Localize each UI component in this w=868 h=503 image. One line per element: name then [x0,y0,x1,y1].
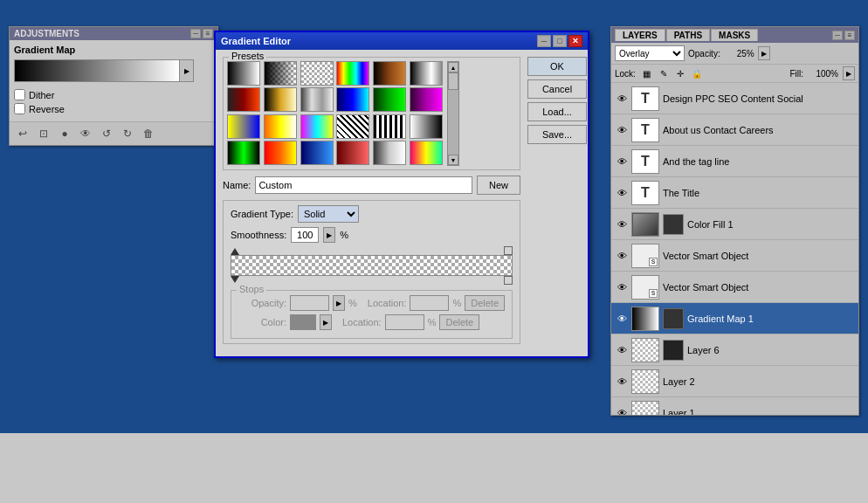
circle-icon[interactable]: ● [56,126,73,141]
load-button[interactable]: Load... [527,102,587,121]
dither-checkbox[interactable] [14,89,25,100]
dialog-minimize-btn[interactable]: ─ [537,35,551,47]
cancel-button[interactable]: Cancel [527,79,587,99]
layer-item[interactable]: 👁 Layer 1 [611,397,858,415]
scrollbar-thumb[interactable] [448,72,458,90]
preset-item[interactable] [373,61,406,86]
layer-item[interactable]: 👁 Layer 2 [611,366,858,397]
eye-icon[interactable]: 👁 [77,126,94,141]
name-input[interactable] [255,176,472,194]
preset-item[interactable] [336,141,369,165]
gradient-preview-arrow[interactable]: ▶ [180,59,194,82]
color-location-input[interactable] [385,314,424,330]
eye-icon[interactable]: 👁 [615,123,629,137]
layer-item[interactable]: 👁 Layer 6 [611,334,858,366]
preset-item[interactable] [373,114,406,139]
preset-item[interactable] [373,141,406,165]
eye-icon[interactable]: 👁 [615,312,629,326]
eye-icon[interactable]: 👁 [615,186,629,200]
preset-item[interactable] [227,87,260,112]
gradient-preview[interactable] [14,59,180,82]
layer-item-selected[interactable]: 👁 Gradient Map 1 [611,303,858,334]
layer-thumbnail [631,338,659,362]
lock-paint-icon[interactable]: ✎ [657,67,671,79]
opacity-stop-left[interactable] [231,246,239,255]
history-icon[interactable]: ↺ [98,126,115,141]
preset-item[interactable] [410,141,443,165]
panel-menu-btn[interactable]: ≡ [203,29,213,38]
scrollbar-up-btn[interactable]: ▲ [448,62,458,72]
new-button[interactable]: New [477,176,520,195]
eye-icon[interactable]: 👁 [615,217,629,231]
color-arrow[interactable]: ▶ [320,314,332,330]
preset-item[interactable] [300,87,334,112]
lock-move-icon[interactable]: ✛ [673,67,687,79]
preset-item[interactable] [227,114,260,139]
eye-icon[interactable]: 👁 [615,280,629,294]
preset-item[interactable] [336,114,369,139]
preset-item[interactable] [300,141,334,165]
preset-item[interactable] [300,61,334,86]
scrollbar-down-btn[interactable]: ▼ [448,155,458,165]
preset-item[interactable] [227,61,260,86]
layer-item[interactable]: 👁 T The Title [611,177,858,209]
preset-item[interactable] [264,87,297,112]
blend-mode-select[interactable]: Overlay Normal Multiply Screen [615,45,685,61]
dialog-close-btn[interactable]: ✕ [568,35,582,47]
crop-icon[interactable]: ⊡ [35,126,52,141]
eye-icon[interactable]: 👁 [615,92,629,106]
opacity-stop-input[interactable] [290,295,329,311]
dialog-maximize-btn[interactable]: □ [553,35,567,47]
preset-item[interactable] [410,114,443,139]
color-swatch[interactable] [290,314,316,330]
eye-icon[interactable]: 👁 [615,249,629,263]
layer-thumbnail: T [631,86,659,111]
preset-item[interactable] [336,61,369,86]
eye-icon[interactable]: 👁 [615,406,629,416]
preset-item[interactable] [300,114,334,139]
opacity-arrow[interactable]: ▶ [758,46,770,60]
tab-layers[interactable]: LAYERS [615,29,665,41]
trash-icon[interactable]: 🗑 [140,126,157,141]
smoothness-stepper[interactable]: ▶ [323,227,335,243]
preset-item[interactable] [264,141,297,165]
color-stop-right[interactable] [504,276,513,285]
minimize-btn[interactable]: ─ [190,29,201,38]
preset-item[interactable] [373,87,406,112]
eye-icon[interactable]: 👁 [615,375,629,389]
save-button[interactable]: Save... [527,125,587,144]
preset-item[interactable] [264,114,297,139]
layers-minimize-btn[interactable]: ─ [832,31,843,40]
lock-transparency-icon[interactable]: ▦ [640,67,654,79]
reverse-checkbox[interactable] [14,103,25,114]
eye-icon[interactable]: 👁 [615,343,629,357]
fill-arrow[interactable]: ▶ [843,66,855,80]
ok-button[interactable]: OK [527,57,587,76]
color-delete-btn[interactable]: Delete [439,314,479,330]
preset-item[interactable] [410,87,443,112]
gradient-bar[interactable] [231,255,513,276]
preset-item[interactable] [336,87,369,112]
layer-item[interactable]: 👁 S Vector Smart Object [611,240,858,272]
opacity-stop-right[interactable] [504,246,513,255]
layer-item[interactable]: 👁 S Vector Smart Object [611,272,858,303]
layer-item[interactable]: 👁 T About us Contact Careers [611,114,858,146]
preset-item[interactable] [227,141,260,165]
eye-icon[interactable]: 👁 [615,155,629,169]
gradient-type-select[interactable]: Solid Noise [298,205,359,223]
tab-masks[interactable]: MASKS [711,29,758,41]
layer-item[interactable]: 👁 T And the tag line [611,146,858,177]
layers-menu-btn[interactable]: ≡ [844,31,855,40]
preset-item[interactable] [264,61,297,86]
preset-item[interactable] [410,61,443,86]
layer-item[interactable]: 👁 T Design PPC SEO Content Social [611,83,858,114]
opacity-stepper[interactable]: ▶ [333,295,345,311]
opacity-location-input[interactable] [410,295,449,311]
smoothness-input[interactable] [291,227,319,243]
refresh-icon[interactable]: ↻ [119,126,136,141]
undo-icon[interactable]: ↩ [14,126,31,141]
tab-paths[interactable]: PATHS [666,29,710,41]
opacity-delete-btn[interactable]: Delete [465,295,505,311]
layer-item[interactable]: 👁 Color Fill 1 [611,209,858,240]
lock-all-icon[interactable]: 🔒 [690,67,704,79]
